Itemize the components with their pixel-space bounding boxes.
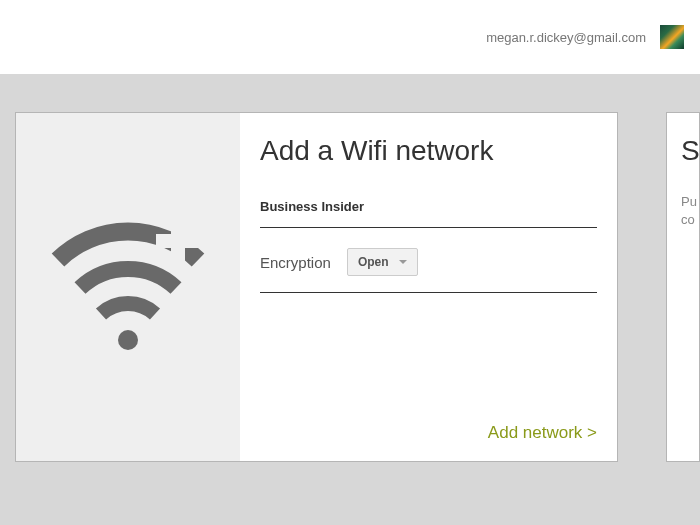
content-area: Add a Wifi network Business Insider Encr… <box>0 74 700 525</box>
header-bar: megan.r.dickey@gmail.com <box>0 0 700 74</box>
chevron-down-icon <box>399 260 407 264</box>
side-card-title: S <box>681 135 699 167</box>
account-email[interactable]: megan.r.dickey@gmail.com <box>486 30 646 45</box>
encryption-field: Encryption Open <box>260 248 597 293</box>
card-form-panel: Add a Wifi network Business Insider Encr… <box>240 113 617 461</box>
side-card-body-line2: co <box>681 211 699 229</box>
side-card-body-line1: Pu <box>681 193 699 211</box>
encryption-selected-value: Open <box>358 255 389 269</box>
wifi-plus-icon <box>48 212 208 362</box>
wifi-add-card: Add a Wifi network Business Insider Encr… <box>15 112 618 462</box>
encryption-select[interactable]: Open <box>347 248 418 276</box>
ssid-field[interactable]: Business Insider <box>260 197 597 228</box>
encryption-label: Encryption <box>260 254 331 271</box>
add-network-button[interactable]: Add network > <box>488 423 597 443</box>
side-card-body: Pu co <box>681 193 699 229</box>
avatar[interactable] <box>660 25 684 49</box>
side-card: S Pu co <box>666 112 700 462</box>
card-icon-panel <box>16 113 240 461</box>
ssid-value: Business Insider <box>260 199 364 214</box>
svg-point-0 <box>118 330 138 350</box>
svg-rect-2 <box>156 234 200 248</box>
card-title: Add a Wifi network <box>260 135 597 167</box>
